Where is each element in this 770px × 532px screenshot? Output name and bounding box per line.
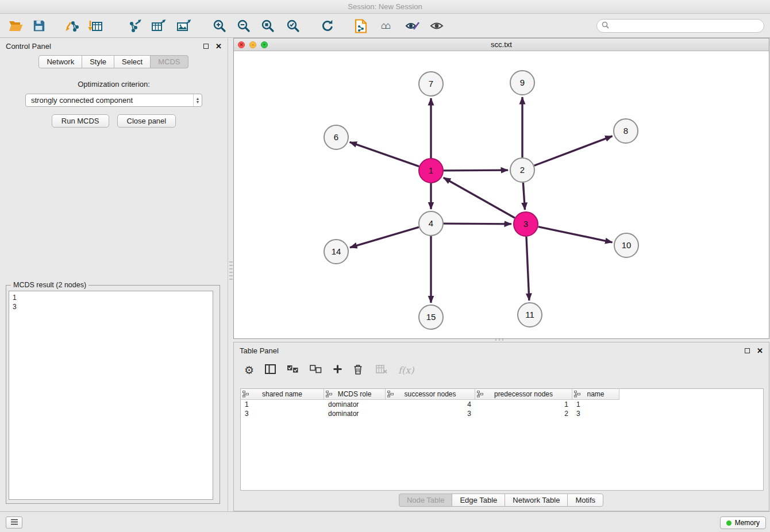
trash-icon bbox=[353, 364, 363, 376]
graph-edge-2-3[interactable] bbox=[523, 183, 525, 210]
criterion-select[interactable]: strongly connected component ▲▼ bbox=[25, 94, 202, 107]
sort-icon bbox=[326, 391, 332, 399]
table-cell[interactable]: dominator bbox=[324, 400, 386, 409]
float-table-panel-icon[interactable] bbox=[745, 348, 750, 353]
delete-table-button[interactable] bbox=[376, 365, 387, 375]
search-input[interactable] bbox=[612, 22, 759, 30]
graph-node-14[interactable]: 14 bbox=[324, 240, 348, 264]
table-cell[interactable]: 3 bbox=[572, 409, 619, 418]
network-window-title: scc.txt bbox=[491, 40, 512, 49]
close-window-icon[interactable]: ✕ bbox=[238, 41, 245, 48]
refresh-icon bbox=[321, 19, 334, 33]
tab-select[interactable]: Select bbox=[114, 55, 151, 68]
tab-mcds[interactable]: MCDS bbox=[150, 55, 188, 68]
svg-text:8: 8 bbox=[623, 126, 628, 136]
tab-network[interactable]: Network bbox=[38, 55, 82, 68]
column-header-name[interactable]: name bbox=[572, 389, 619, 400]
search-box[interactable] bbox=[596, 19, 764, 33]
table-row[interactable]: 1dominator411 bbox=[241, 400, 763, 409]
control-panel-tabs: Network Style Select MCDS bbox=[0, 55, 228, 68]
graph-edge-3-10[interactable] bbox=[538, 227, 613, 242]
delete-column-button[interactable] bbox=[353, 364, 363, 376]
graph-node-3[interactable]: 3 bbox=[514, 212, 538, 236]
tab-edge-table[interactable]: Edge Table bbox=[452, 494, 505, 507]
minimize-window-icon[interactable]: − bbox=[249, 41, 256, 48]
delete-table-icon bbox=[376, 365, 387, 375]
table-settings-button[interactable]: ⚙ bbox=[244, 364, 254, 377]
graph-edge-1-6[interactable] bbox=[350, 142, 419, 166]
save-session-button[interactable] bbox=[30, 17, 48, 35]
close-panel-button[interactable]: Close panel bbox=[117, 114, 176, 128]
import-network-button[interactable] bbox=[63, 17, 82, 35]
refresh-view-button[interactable] bbox=[318, 17, 337, 35]
table-cell[interactable]: 3 bbox=[386, 409, 475, 418]
table-cell[interactable]: dominator bbox=[324, 409, 386, 418]
close-table-panel-icon[interactable]: ✕ bbox=[757, 347, 763, 354]
graph-node-11[interactable]: 11 bbox=[518, 303, 542, 327]
graph-node-9[interactable]: 9 bbox=[510, 71, 534, 95]
run-mcds-button[interactable]: Run MCDS bbox=[52, 114, 109, 128]
network-canvas[interactable]: 7968124314101511 bbox=[234, 51, 769, 339]
graph-edge-4-14[interactable] bbox=[350, 227, 419, 248]
mcds-result-group: MCDS result (2 nodes) 1 3 bbox=[6, 285, 220, 504]
close-panel-icon[interactable]: ✕ bbox=[215, 43, 222, 50]
column-header-MCDS-role[interactable]: MCDS role bbox=[324, 389, 386, 400]
graph-node-4[interactable]: 4 bbox=[419, 211, 443, 236]
export-web-button[interactable] bbox=[352, 17, 370, 35]
tab-network-table[interactable]: Network Table bbox=[505, 494, 568, 507]
maximize-window-icon[interactable]: + bbox=[261, 41, 268, 48]
vertical-splitter[interactable] bbox=[229, 261, 233, 280]
table-cell[interactable]: 3 bbox=[241, 409, 324, 418]
open-file-button[interactable] bbox=[7, 17, 25, 35]
table-row[interactable]: 3dominator323 bbox=[241, 409, 763, 418]
table-cell[interactable]: 4 bbox=[386, 400, 475, 409]
function-builder-button[interactable]: f(x) bbox=[398, 365, 414, 376]
task-history-button[interactable] bbox=[6, 516, 22, 529]
graph-node-7[interactable]: 7 bbox=[419, 72, 443, 96]
graph-node-2[interactable]: 2 bbox=[510, 158, 534, 182]
svg-text:6: 6 bbox=[334, 132, 338, 142]
graph-node-8[interactable]: 8 bbox=[614, 119, 638, 143]
tab-node-table[interactable]: Node Table bbox=[399, 494, 453, 507]
import-table-button[interactable] bbox=[86, 17, 105, 35]
deselect-all-rows-button[interactable] bbox=[310, 365, 322, 375]
select-all-rows-button[interactable] bbox=[287, 365, 299, 375]
toggle-visibility-button[interactable] bbox=[428, 17, 446, 35]
graph-edge-3-11[interactable] bbox=[526, 237, 529, 300]
column-header-successor-nodes[interactable]: successor nodes bbox=[386, 389, 475, 400]
tab-motifs[interactable]: Motifs bbox=[567, 494, 603, 507]
memory-button[interactable]: Memory bbox=[720, 516, 766, 529]
add-column-button[interactable] bbox=[333, 364, 342, 376]
zoom-out-button[interactable] bbox=[234, 17, 253, 35]
table-cell[interactable]: 1 bbox=[572, 400, 619, 409]
graph-edge-2-8[interactable] bbox=[534, 136, 613, 165]
column-header-shared-name[interactable]: shared name bbox=[241, 389, 324, 400]
column-layout-button[interactable] bbox=[265, 364, 276, 376]
style-preview-button[interactable] bbox=[403, 17, 422, 35]
zoom-selection-button[interactable] bbox=[284, 17, 302, 35]
table-cell[interactable]: 1 bbox=[475, 400, 572, 409]
table-cell[interactable]: 2 bbox=[475, 409, 572, 418]
export-network-button[interactable] bbox=[125, 17, 144, 35]
graph-node-15[interactable]: 15 bbox=[419, 305, 443, 329]
folder-open-icon bbox=[9, 20, 24, 32]
column-header-predecessor-nodes[interactable]: predecessor nodes bbox=[475, 389, 572, 400]
save-icon bbox=[33, 20, 45, 32]
zoom-fit-button[interactable] bbox=[259, 17, 277, 35]
graph-node-1[interactable]: 1 bbox=[419, 159, 443, 183]
export-image-button[interactable] bbox=[175, 17, 193, 35]
mcds-result-text[interactable]: 1 3 bbox=[9, 291, 213, 500]
graph-node-10[interactable]: 10 bbox=[614, 233, 638, 257]
float-panel-icon[interactable] bbox=[203, 44, 209, 49]
graph-edge-3-1[interactable] bbox=[444, 178, 515, 218]
graph-edge-1-2[interactable] bbox=[444, 170, 508, 171]
zoom-in-button[interactable] bbox=[210, 17, 229, 35]
svg-text:14: 14 bbox=[332, 246, 341, 256]
export-table-button[interactable] bbox=[149, 17, 168, 35]
table-header-row: shared nameMCDS rolesuccessor nodesprede… bbox=[241, 389, 763, 400]
tab-style[interactable]: Style bbox=[82, 55, 114, 68]
table-cell[interactable]: 1 bbox=[241, 400, 324, 409]
graph-edge-4-3[interactable] bbox=[444, 223, 511, 224]
ndex-browse-button[interactable]: ⌂⌂ bbox=[374, 17, 396, 35]
graph-node-6[interactable]: 6 bbox=[324, 125, 348, 149]
